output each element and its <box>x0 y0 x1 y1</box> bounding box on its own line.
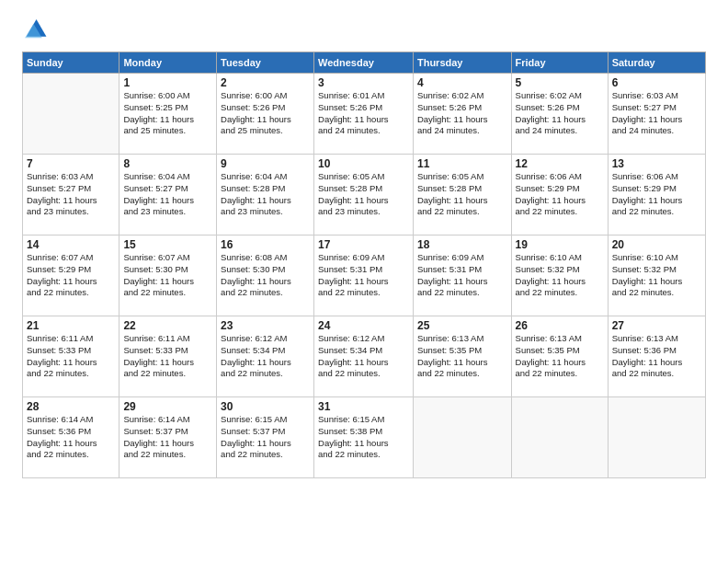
day-info: Sunrise: 6:11 AM Sunset: 5:33 PM Dayligh… <box>123 333 212 380</box>
day-cell: 9Sunrise: 6:04 AM Sunset: 5:28 PM Daylig… <box>217 155 314 236</box>
day-number: 18 <box>417 238 507 251</box>
day-number: 15 <box>123 238 212 251</box>
day-info: Sunrise: 6:15 AM Sunset: 5:38 PM Dayligh… <box>318 414 409 461</box>
day-cell: 20Sunrise: 6:10 AM Sunset: 5:32 PM Dayli… <box>608 236 705 316</box>
calendar: SundayMondayTuesdayWednesdayThursdayFrid… <box>22 52 706 478</box>
day-info: Sunrise: 6:02 AM Sunset: 5:26 PM Dayligh… <box>417 90 507 137</box>
column-header-monday: Monday <box>119 52 217 74</box>
day-cell: 22Sunrise: 6:11 AM Sunset: 5:33 PM Dayli… <box>119 316 217 397</box>
day-info: Sunrise: 6:03 AM Sunset: 5:27 PM Dayligh… <box>612 90 701 137</box>
day-info: Sunrise: 6:13 AM Sunset: 5:35 PM Dayligh… <box>516 333 604 380</box>
day-number: 8 <box>123 157 212 170</box>
day-info: Sunrise: 6:13 AM Sunset: 5:35 PM Dayligh… <box>417 333 507 380</box>
day-number: 22 <box>123 319 212 332</box>
day-number: 6 <box>612 76 701 89</box>
day-number: 30 <box>221 400 310 413</box>
day-cell: 6Sunrise: 6:03 AM Sunset: 5:27 PM Daylig… <box>608 74 705 155</box>
day-info: Sunrise: 6:00 AM Sunset: 5:25 PM Dayligh… <box>123 90 212 137</box>
day-number: 5 <box>516 76 604 89</box>
column-header-friday: Friday <box>511 52 608 74</box>
day-info: Sunrise: 6:09 AM Sunset: 5:31 PM Dayligh… <box>318 252 409 299</box>
day-cell <box>511 397 608 478</box>
day-cell: 27Sunrise: 6:13 AM Sunset: 5:36 PM Dayli… <box>608 316 705 397</box>
day-info: Sunrise: 6:14 AM Sunset: 5:37 PM Dayligh… <box>123 414 212 461</box>
header-row: SundayMondayTuesdayWednesdayThursdayFrid… <box>23 52 706 74</box>
day-info: Sunrise: 6:04 AM Sunset: 5:28 PM Dayligh… <box>221 171 310 218</box>
day-cell: 28Sunrise: 6:14 AM Sunset: 5:36 PM Dayli… <box>23 397 119 478</box>
day-number: 29 <box>123 400 212 413</box>
day-number: 4 <box>417 76 507 89</box>
day-info: Sunrise: 6:07 AM Sunset: 5:30 PM Dayligh… <box>123 252 212 299</box>
column-header-wednesday: Wednesday <box>314 52 414 74</box>
day-info: Sunrise: 6:12 AM Sunset: 5:34 PM Dayligh… <box>318 333 409 380</box>
day-number: 3 <box>318 76 409 89</box>
day-number: 16 <box>221 238 310 251</box>
day-cell: 19Sunrise: 6:10 AM Sunset: 5:32 PM Dayli… <box>511 236 608 316</box>
day-cell <box>413 397 511 478</box>
column-header-thursday: Thursday <box>413 52 511 74</box>
day-cell: 7Sunrise: 6:03 AM Sunset: 5:27 PM Daylig… <box>23 155 119 236</box>
day-cell: 11Sunrise: 6:05 AM Sunset: 5:28 PM Dayli… <box>413 155 511 236</box>
day-info: Sunrise: 6:07 AM Sunset: 5:29 PM Dayligh… <box>27 252 115 299</box>
header <box>22 17 706 42</box>
day-cell: 24Sunrise: 6:12 AM Sunset: 5:34 PM Dayli… <box>314 316 414 397</box>
day-number: 27 <box>612 319 701 332</box>
day-cell: 21Sunrise: 6:11 AM Sunset: 5:33 PM Dayli… <box>23 316 119 397</box>
day-info: Sunrise: 6:01 AM Sunset: 5:26 PM Dayligh… <box>318 90 409 137</box>
day-info: Sunrise: 6:10 AM Sunset: 5:32 PM Dayligh… <box>516 252 604 299</box>
day-info: Sunrise: 6:13 AM Sunset: 5:36 PM Dayligh… <box>612 333 701 380</box>
day-info: Sunrise: 6:11 AM Sunset: 5:33 PM Dayligh… <box>27 333 115 380</box>
day-number: 21 <box>27 319 115 332</box>
calendar-body: 1Sunrise: 6:00 AM Sunset: 5:25 PM Daylig… <box>23 74 706 478</box>
week-row-2: 7Sunrise: 6:03 AM Sunset: 5:27 PM Daylig… <box>23 155 706 236</box>
column-header-tuesday: Tuesday <box>217 52 314 74</box>
day-cell: 2Sunrise: 6:00 AM Sunset: 5:26 PM Daylig… <box>217 74 314 155</box>
day-info: Sunrise: 6:03 AM Sunset: 5:27 PM Dayligh… <box>27 171 115 218</box>
day-number: 23 <box>221 319 310 332</box>
day-number: 13 <box>612 157 701 170</box>
day-number: 9 <box>221 157 310 170</box>
day-info: Sunrise: 6:05 AM Sunset: 5:28 PM Dayligh… <box>318 171 409 218</box>
day-number: 2 <box>221 76 310 89</box>
day-cell: 29Sunrise: 6:14 AM Sunset: 5:37 PM Dayli… <box>119 397 217 478</box>
day-cell: 8Sunrise: 6:04 AM Sunset: 5:27 PM Daylig… <box>119 155 217 236</box>
column-header-sunday: Sunday <box>23 52 119 74</box>
day-cell: 16Sunrise: 6:08 AM Sunset: 5:30 PM Dayli… <box>217 236 314 316</box>
day-cell: 14Sunrise: 6:07 AM Sunset: 5:29 PM Dayli… <box>23 236 119 316</box>
day-info: Sunrise: 6:04 AM Sunset: 5:27 PM Dayligh… <box>123 171 212 218</box>
day-cell: 15Sunrise: 6:07 AM Sunset: 5:30 PM Dayli… <box>119 236 217 316</box>
day-number: 25 <box>417 319 507 332</box>
day-info: Sunrise: 6:12 AM Sunset: 5:34 PM Dayligh… <box>221 333 310 380</box>
logo-icon <box>22 17 48 42</box>
day-cell <box>608 397 705 478</box>
calendar-header: SundayMondayTuesdayWednesdayThursdayFrid… <box>23 52 706 74</box>
day-cell: 1Sunrise: 6:00 AM Sunset: 5:25 PM Daylig… <box>119 74 217 155</box>
day-cell: 10Sunrise: 6:05 AM Sunset: 5:28 PM Dayli… <box>314 155 414 236</box>
week-row-5: 28Sunrise: 6:14 AM Sunset: 5:36 PM Dayli… <box>23 397 706 478</box>
day-number: 20 <box>612 238 701 251</box>
day-info: Sunrise: 6:10 AM Sunset: 5:32 PM Dayligh… <box>612 252 701 299</box>
day-cell: 12Sunrise: 6:06 AM Sunset: 5:29 PM Dayli… <box>511 155 608 236</box>
day-number: 12 <box>516 157 604 170</box>
day-cell: 25Sunrise: 6:13 AM Sunset: 5:35 PM Dayli… <box>413 316 511 397</box>
week-row-4: 21Sunrise: 6:11 AM Sunset: 5:33 PM Dayli… <box>23 316 706 397</box>
day-number: 10 <box>318 157 409 170</box>
week-row-1: 1Sunrise: 6:00 AM Sunset: 5:25 PM Daylig… <box>23 74 706 155</box>
day-cell: 18Sunrise: 6:09 AM Sunset: 5:31 PM Dayli… <box>413 236 511 316</box>
day-info: Sunrise: 6:15 AM Sunset: 5:37 PM Dayligh… <box>221 414 310 461</box>
column-header-saturday: Saturday <box>608 52 705 74</box>
page: SundayMondayTuesdayWednesdayThursdayFrid… <box>0 0 728 563</box>
day-number: 19 <box>516 238 604 251</box>
day-info: Sunrise: 6:06 AM Sunset: 5:29 PM Dayligh… <box>516 171 604 218</box>
day-info: Sunrise: 6:09 AM Sunset: 5:31 PM Dayligh… <box>417 252 507 299</box>
day-cell <box>23 74 119 155</box>
day-number: 11 <box>417 157 507 170</box>
day-cell: 23Sunrise: 6:12 AM Sunset: 5:34 PM Dayli… <box>217 316 314 397</box>
day-info: Sunrise: 6:05 AM Sunset: 5:28 PM Dayligh… <box>417 171 507 218</box>
day-info: Sunrise: 6:14 AM Sunset: 5:36 PM Dayligh… <box>27 414 115 461</box>
logo <box>22 17 51 42</box>
day-info: Sunrise: 6:08 AM Sunset: 5:30 PM Dayligh… <box>221 252 310 299</box>
day-number: 14 <box>27 238 115 251</box>
day-info: Sunrise: 6:02 AM Sunset: 5:26 PM Dayligh… <box>516 90 604 137</box>
day-info: Sunrise: 6:00 AM Sunset: 5:26 PM Dayligh… <box>221 90 310 137</box>
